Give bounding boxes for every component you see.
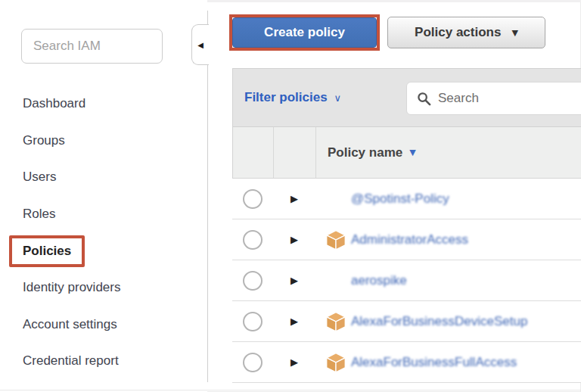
table-header: Policy name ▼ [232,127,581,179]
sidebar: Dashboard Groups Users Roles Policies Id… [0,0,207,392]
sidebar-item-label: Dashboard [23,96,85,111]
aws-managed-policy-icon [325,352,346,373]
row-expand-arrow-icon[interactable]: ▶ [290,193,298,204]
create-policy-button[interactable]: Create policy [232,17,377,48]
table-row: ▶ AlexaForBusinessDeviceSetup [232,301,581,342]
policy-search-box [406,82,581,115]
sidebar-item-label: Credential report [23,353,119,369]
table-row: ▶ aerospike [232,260,581,301]
policy-name-link[interactable]: @Spotinst-Policy [351,191,449,207]
sidebar-item-groups[interactable]: Groups [0,123,207,160]
collapse-left-icon: ◀ [197,41,204,49]
sidebar-item-policies[interactable]: Policies [0,232,207,269]
chevron-down-icon: ▼ [511,28,517,38]
sidebar-item-identity-providers[interactable]: Identity providers [0,269,207,306]
row-expand-arrow-icon[interactable]: ▶ [290,316,298,327]
row-radio-button[interactable] [243,312,263,331]
sidebar-item-users[interactable]: Users [0,159,207,196]
policy-name-header-label: Policy name [328,145,402,160]
policy-name-link[interactable]: AlexaForBusinessDeviceSetup [351,314,527,329]
row-expand-arrow-icon[interactable]: ▶ [290,234,298,245]
sidebar-item-label: Identity providers [23,280,120,295]
policy-search-input[interactable] [438,91,581,106]
table-row: ▶ AlexaForBusinessFullAccess [232,342,581,383]
sidebar-item-label: Policies [9,235,85,267]
aws-managed-policy-icon [325,311,346,332]
search-icon [417,92,431,106]
sidebar-collapse-handle[interactable]: ◀ [191,24,209,65]
row-radio-button[interactable] [243,230,263,250]
header-expand-column [274,127,316,178]
policy-name-link[interactable]: AdministratorAccess [351,232,468,247]
sidebar-item-label: Users [23,170,56,185]
sidebar-item-credential-report[interactable]: Credential report [0,343,207,380]
policy-rows: ▶ @Spotinst-Policy ▶ AdministratorAccess [232,179,581,383]
filter-policies-dropdown[interactable]: Filter policies ∨ [244,69,341,126]
policy-name-link[interactable]: AlexaForBusinessFullAccess [351,355,517,370]
header-select-column [233,127,274,178]
chevron-down-icon: ∨ [334,92,342,104]
policy-actions-label: Policy actions [415,25,501,40]
policy-name-link[interactable]: aerospike [351,273,407,288]
row-radio-button[interactable] [243,271,263,291]
sort-descending-icon: ▼ [409,148,415,157]
iam-search-input[interactable] [21,29,163,64]
row-radio-button[interactable] [243,353,263,372]
sidebar-item-label: Roles [23,207,55,222]
sidebar-nav: Dashboard Groups Users Roles Policies Id… [0,86,207,380]
sidebar-item-label: Account settings [23,317,117,332]
annotation-box-create-policy: Create policy [229,14,380,51]
row-expand-arrow-icon[interactable]: ▶ [290,356,298,368]
sidebar-item-account-settings[interactable]: Account settings [0,306,207,344]
sidebar-item-label: Groups [23,133,65,148]
column-header-policy-name[interactable]: Policy name ▼ [316,127,416,178]
filter-bar: Filter policies ∨ [232,68,581,127]
policy-actions-button[interactable]: Policy actions ▼ [387,17,545,48]
sidebar-divider [207,11,208,382]
aws-managed-policy-icon [325,229,346,250]
row-expand-arrow-icon[interactable]: ▶ [290,275,298,286]
sidebar-item-roles[interactable]: Roles [0,196,207,233]
row-radio-button[interactable] [243,189,263,209]
sidebar-item-dashboard[interactable]: Dashboard [0,86,207,123]
table-row: ▶ AdministratorAccess [232,219,581,260]
table-row: ▶ @Spotinst-Policy [232,179,581,219]
filter-policies-label: Filter policies [244,90,328,105]
iam-console: Dashboard Groups Users Roles Policies Id… [0,0,581,392]
window-chrome-edge [0,390,581,390]
